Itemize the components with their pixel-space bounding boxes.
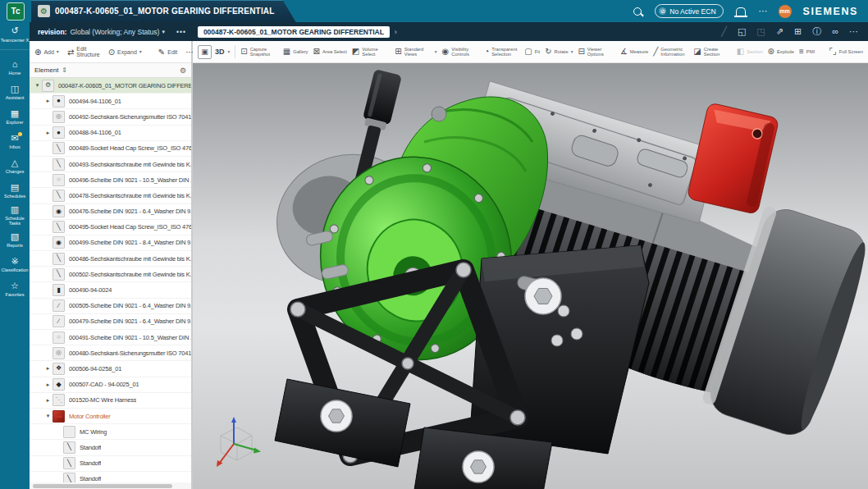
washer-icon: ○ [53, 331, 65, 344]
notifications-bell-icon[interactable] [736, 7, 746, 16]
tree-row[interactable]: ◉000499-Scheibe DIN 9021 - 8.4_Washer DI… [30, 235, 191, 251]
tree-row[interactable]: ▸◆000507-CAD - 94-0025_01 [30, 377, 191, 393]
expand-caret-icon[interactable]: ▸ [43, 382, 53, 388]
tree-row[interactable]: ▸●000488-94-1106_01 [30, 126, 191, 141]
tree-row[interactable]: MC Wiring [30, 424, 191, 440]
teamcenter-logo[interactable]: Tc [7, 2, 25, 21]
expand-caret-icon[interactable]: ▸ [43, 365, 53, 372]
sidebar-item-changes[interactable]: △Changes [0, 153, 30, 178]
tree-row[interactable]: ○000496-Scheibe DIN 9021 - 10.5_Washer D… [30, 172, 191, 188]
capture-snapshot-icon: ⊡ [240, 48, 247, 56]
sidebar-item-schedules[interactable]: ▤Schedules [0, 178, 30, 203]
sort-icon[interactable]: ⇕ [62, 66, 67, 74]
tree-row[interactable]: ╲Standoff [30, 472, 191, 482]
full-screen-button[interactable]: ⌜⌟Full Screen [829, 48, 863, 56]
geometric-information-button[interactable]: ╱Geometric Information [653, 47, 688, 57]
tree-row[interactable]: ╲000493-Sechskantschraube mit Gewinde bi… [30, 157, 191, 172]
sidebar-item-assistant[interactable]: ◫Assistant [0, 80, 30, 104]
view-3d-button[interactable]: ▣3D▾ [198, 45, 230, 59]
volume-select-button[interactable]: ◩Volume Select [352, 47, 390, 57]
nav-teamcenter-x[interactable]: ↺ Teamcenter X [0, 22, 30, 50]
tree-row[interactable]: ▮000490-94-0024 [30, 282, 191, 298]
search-icon[interactable] [633, 7, 642, 16]
tree-row[interactable]: ╲000502-Sechskantschraube mit Gewinde bi… [30, 267, 191, 282]
tree-row[interactable]: ▸❖000506-94-0258_01 [30, 361, 191, 377]
column-settings-gear-icon[interactable]: ⚙ [180, 66, 186, 75]
sidebar-item-classification[interactable]: ※Classification [0, 252, 30, 276]
area-select-button[interactable]: ⊠Area Select [313, 48, 347, 56]
tree-row[interactable]: ∕000479-Scheibe DIN 9021 - 6.4_Washer DI… [30, 314, 191, 330]
revision-caret-icon[interactable]: ▾ [162, 29, 165, 35]
expand-caret-icon[interactable]: ▸ [43, 397, 53, 404]
harness-icon: ⋱ [53, 394, 65, 406]
full-screen-icon: ⌜⌟ [829, 48, 836, 56]
pmi-button[interactable]: ≡PMI [799, 48, 815, 56]
expand-button[interactable]: ⊙Expand▾ [108, 49, 142, 55]
tree-row[interactable]: ▸●000494-94-1106_01 [30, 94, 191, 109]
transparent-selection-label: Transparent Selection [491, 47, 519, 57]
measure-button[interactable]: ∡Measure [620, 48, 649, 56]
explode-button[interactable]: ⊛Explode [768, 48, 794, 56]
sidebar-item-schedule-tasks[interactable]: ▥Schedule Tasks [0, 203, 30, 227]
tree-row[interactable]: ╲Standoff [30, 440, 191, 455]
sidebar-item-inbox[interactable]: ✉Inbox [0, 129, 30, 153]
add-button[interactable]: ⊕Add▾ [34, 49, 59, 55]
tree-row[interactable]: ╲000478-Sechskantschraube mit Gewinde bi… [30, 188, 191, 203]
fit-button[interactable]: ▢Fit [524, 48, 540, 56]
tree-row[interactable]: ○000491-Scheibe DIN 9021 - 10.5_Washer D… [30, 330, 191, 345]
sidebar-item-favorites[interactable]: ☆Favorites [0, 276, 30, 301]
copy-icon[interactable]: ◱ [738, 27, 746, 36]
user-avatar[interactable]: mm [779, 5, 792, 18]
tree-row[interactable]: ╲000486-Sechskantschraube mit Gewinde bi… [30, 251, 191, 267]
edit-structure-button[interactable]: ⇄Edit Structure [67, 46, 100, 57]
full-screen-label: Full Screen [839, 49, 863, 54]
teamcenter-window: Tc ⚙ 000487-K-00605_01_MOTOR GEARING DIF… [0, 0, 868, 489]
expand-caret-icon[interactable]: ▾ [43, 413, 53, 419]
expand-caret-icon[interactable]: ▸ [43, 98, 53, 104]
expand-caret-icon[interactable]: ▸ [43, 130, 53, 136]
tree-row[interactable]: ◉000476-Scheibe DIN 9021 - 6.4_Washer DI… [30, 204, 191, 220]
tree-row[interactable]: ╲Standoff [30, 456, 191, 472]
breadcrumb-chevron-icon[interactable]: › [395, 28, 397, 36]
tree-horizontal-scrollbar[interactable] [30, 482, 191, 489]
more-icon[interactable]: ⋯ [849, 27, 858, 36]
tree-row[interactable]: ▾▬Motor Controller [30, 409, 191, 424]
gallery-button[interactable]: ▦Gallery [283, 48, 308, 56]
tree-row[interactable]: ╲000489-Socket Head Cap Screw_ISO_ISO 47… [30, 141, 191, 157]
capture-snapshot-button[interactable]: ⊡Capture Snapshot [240, 47, 277, 57]
tree-row[interactable]: ▾⚙000487-K-00605_01_MOTOR GEARING DIFFER… [30, 78, 191, 94]
sidebar-item-label: Assistant [6, 95, 25, 100]
info-icon[interactable]: ⓘ [812, 27, 821, 36]
tree-item-label: 000492-Sechskant-Sicherungsmutter ISO 70… [69, 113, 191, 121]
revision-value[interactable]: Global (Working; Any Status) [70, 28, 159, 36]
document-tab[interactable]: ⚙ 000487-K-00605_01_MOTOR GEARING DIFFER… [31, 0, 296, 22]
viewer-options-button[interactable]: ⊟Viewer Options [578, 47, 614, 57]
tree-row[interactable]: ∕000505-Scheibe DIN 9021 - 6.4_Washer DI… [30, 299, 191, 314]
topbar-more-icon[interactable]: ⋯ [759, 7, 768, 16]
transparent-selection-button[interactable]: ◔Transparent Selection [484, 47, 519, 57]
sidebar-item-reports[interactable]: ▧Reports [0, 227, 30, 252]
assistant-icon: ◫ [11, 85, 19, 94]
open-in-icon[interactable]: ⇗ [776, 27, 783, 36]
visibility-controls-button[interactable]: ◉Visibility Controls [441, 47, 479, 57]
layout-icon[interactable]: ⊞ [794, 27, 802, 36]
viewport-3d[interactable] [193, 63, 868, 489]
tree-row[interactable]: ◎000492-Sechskant-Sicherungsmutter ISO 7… [30, 109, 191, 125]
tree-row[interactable]: ▸⋱001520-MC Wire Harness [30, 393, 191, 409]
tree-row[interactable]: ╲000495-Socket Head Cap Screw_ISO_ISO 47… [30, 220, 191, 235]
rotate-button[interactable]: ↻Rotate▾ [545, 48, 573, 56]
revision-more-icon[interactable]: ••• [176, 28, 186, 36]
breadcrumb[interactable]: 000487-K-00605_01_MOTOR GEARING DIFFEREN… [198, 26, 390, 38]
sidebar-item-explorer[interactable]: ▦Explorer [0, 104, 30, 129]
geometric-information-label: Geometric Information [660, 47, 688, 57]
edit-button[interactable]: ✎Edit [158, 49, 177, 55]
tree-item-label: 000505-Scheibe DIN 9021 - 6.4_Washer DIN… [69, 302, 191, 309]
nut-icon: ◎ [53, 111, 65, 123]
share-icon[interactable]: ∞ [832, 27, 838, 36]
tree-row[interactable]: ◎000480-Sechskant-Sicherungsmutter ISO 7… [30, 345, 191, 361]
expand-caret-icon[interactable]: ▾ [33, 82, 42, 89]
ecn-status-pill[interactable]: ⊘ No Active ECN [655, 4, 723, 18]
create-section-button[interactable]: ◪Create Section [693, 47, 731, 57]
standard-views-button[interactable]: ⊞Standard Views▾ [395, 47, 436, 57]
sidebar-item-home[interactable]: ⌂Home [0, 55, 30, 80]
